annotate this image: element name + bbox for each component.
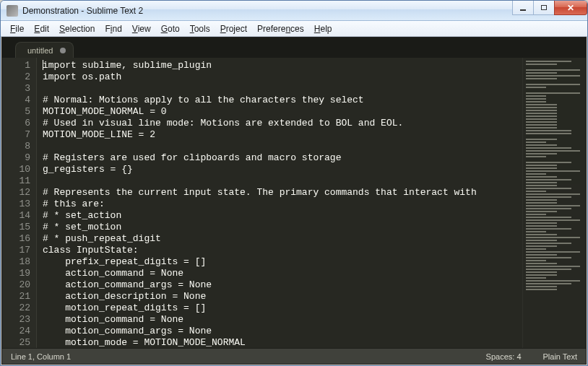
- status-bar: Line 1, Column 1 Spaces: 4 Plain Text: [2, 348, 586, 364]
- status-position[interactable]: Line 1, Column 1: [11, 352, 71, 361]
- menu-bar: File Edit Selection Find View Goto Tools…: [1, 21, 587, 37]
- status-syntax[interactable]: Plain Text: [543, 352, 578, 361]
- window-controls: ✕: [513, 1, 587, 15]
- menu-find[interactable]: Find: [100, 22, 126, 35]
- window-titlebar: Demonstration - Sublime Text 2 ✕: [1, 1, 587, 21]
- menu-label: Goto: [161, 24, 180, 34]
- menu-selection[interactable]: Selection: [54, 22, 100, 35]
- app-icon: [7, 5, 18, 17]
- menu-label: Help: [314, 24, 332, 34]
- menu-label: Edit: [34, 24, 49, 34]
- minimap[interactable]: [522, 58, 586, 348]
- tab-untitled[interactable]: untitled: [15, 42, 74, 58]
- code-editor[interactable]: import sublime, sublime_plugin import os…: [37, 58, 522, 348]
- menu-file[interactable]: File: [5, 22, 29, 35]
- maximize-button[interactable]: [533, 1, 555, 15]
- tab-bar: untitled: [2, 38, 586, 58]
- tab-label: untitled: [27, 46, 53, 55]
- menu-label: Find: [105, 24, 121, 34]
- menu-preferences[interactable]: Preferences: [252, 22, 309, 35]
- status-spaces[interactable]: Spaces: 4: [486, 352, 522, 361]
- menu-help[interactable]: Help: [309, 22, 337, 35]
- menu-label: Selection: [59, 24, 95, 34]
- menu-edit[interactable]: Edit: [29, 22, 54, 35]
- minimize-button[interactable]: [512, 1, 534, 15]
- window-title: Demonstration - Sublime Text 2: [22, 6, 143, 16]
- menu-label: Tools: [190, 24, 210, 34]
- line-gutter: 1234567891011121314151617181920212223242…: [2, 58, 37, 348]
- editor-container: untitled 1234567891011121314151617181920…: [1, 37, 587, 365]
- menu-label: Project: [220, 24, 247, 34]
- menu-tools[interactable]: Tools: [185, 22, 215, 35]
- menu-label: Preferences: [257, 24, 304, 34]
- menu-project[interactable]: Project: [215, 22, 252, 35]
- menu-goto[interactable]: Goto: [156, 22, 185, 35]
- minimap-content: [526, 61, 583, 345]
- menu-label: View: [132, 24, 151, 34]
- dirty-indicator-icon: [60, 48, 66, 53]
- close-button[interactable]: ✕: [554, 1, 587, 15]
- menu-view[interactable]: View: [127, 22, 156, 35]
- code-area: 1234567891011121314151617181920212223242…: [2, 58, 586, 348]
- menu-label: File: [10, 24, 24, 34]
